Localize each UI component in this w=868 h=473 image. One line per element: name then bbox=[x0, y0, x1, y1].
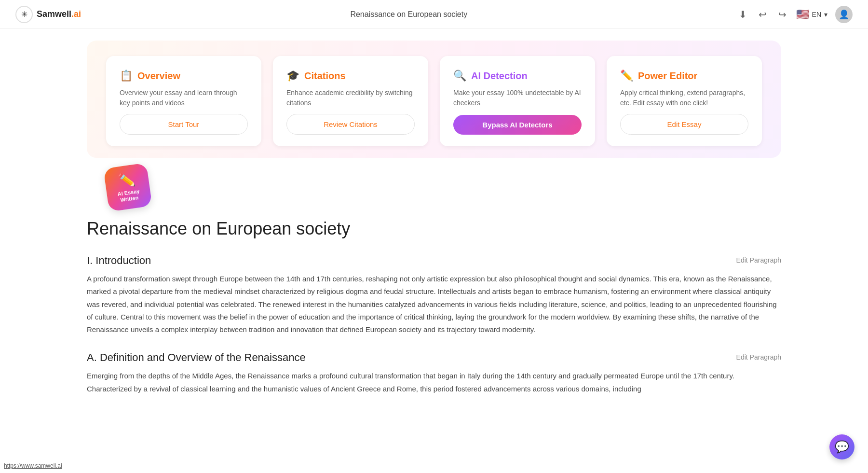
definition-body: Emerging from the depths of the Middle A… bbox=[87, 370, 781, 395]
section-title: I. Introduction bbox=[87, 254, 151, 267]
power-editor-card: ✏️ Power Editor Apply critical thinking,… bbox=[607, 56, 762, 146]
download-button[interactable]: ⬇ bbox=[737, 7, 749, 22]
card-header: 📋 Overview bbox=[120, 70, 248, 82]
citations-icon: 🎓 bbox=[286, 70, 299, 82]
card-header: 🔍 AI Detection bbox=[453, 70, 582, 82]
citations-card: 🎓 Citations Enhance academic credibility… bbox=[273, 56, 428, 146]
bypass-ai-button[interactable]: Bypass AI Detectors bbox=[453, 115, 582, 135]
feature-banner: 📋 Overview Overview your essay and learn… bbox=[87, 41, 781, 158]
avatar[interactable]: 👤 bbox=[835, 6, 853, 23]
overview-icon: 📋 bbox=[120, 70, 133, 82]
card-header: 🎓 Citations bbox=[286, 70, 415, 82]
overview-desc: Overview your essay and learn through ke… bbox=[120, 88, 248, 108]
ai-detection-desc: Make your essay 100% undetectable by AI … bbox=[453, 88, 582, 109]
introduction-body: A profound transformation swept through … bbox=[87, 273, 781, 336]
badge-label: AI EssayWritten bbox=[117, 188, 141, 204]
power-editor-desc: Apply critical thinking, extend paragrap… bbox=[620, 88, 748, 108]
introduction-section: I. Introduction Edit Paragraph A profoun… bbox=[87, 254, 781, 336]
card-header: ✏️ Power Editor bbox=[620, 70, 748, 82]
undo-button[interactable]: ↩ bbox=[757, 7, 769, 22]
language-label: EN bbox=[812, 11, 821, 18]
citations-desc: Enhance academic credibility by switchin… bbox=[286, 88, 415, 108]
edit-paragraph-button-intro[interactable]: Edit Paragraph bbox=[736, 254, 781, 266]
essay-title: Renaissance on European society bbox=[87, 219, 350, 239]
power-editor-icon: ✏️ bbox=[620, 70, 633, 82]
essay-area: Renaissance on European society I. Intro… bbox=[87, 209, 781, 430]
chat-icon: 💬 bbox=[835, 440, 849, 454]
chevron-down-icon: ▾ bbox=[824, 11, 827, 18]
overview-title: Overview bbox=[137, 70, 180, 82]
redo-button[interactable]: ↪ bbox=[776, 7, 788, 22]
chat-bubble[interactable]: 💬 bbox=[829, 434, 854, 459]
footer-link: https://www.samwell.ai bbox=[4, 462, 62, 469]
ai-badge-wrapper: ✏️ AI EssayWritten bbox=[106, 166, 868, 209]
ai-written-badge: ✏️ AI EssayWritten bbox=[103, 163, 152, 212]
power-editor-title: Power Editor bbox=[638, 70, 697, 82]
ai-detection-icon: 🔍 bbox=[453, 70, 466, 82]
header: ✳ Samwell.ai Renaissance on European soc… bbox=[0, 0, 868, 29]
language-selector[interactable]: 🇺🇸 EN ▾ bbox=[796, 8, 827, 21]
essay-title-row: Renaissance on European society bbox=[87, 219, 781, 239]
citations-title: Citations bbox=[304, 70, 346, 82]
logo-icon: ✳ bbox=[15, 6, 33, 23]
definition-section: A. Definition and Overview of the Renais… bbox=[87, 351, 781, 395]
logo: ✳ Samwell.ai bbox=[15, 6, 81, 23]
section-header: I. Introduction Edit Paragraph bbox=[87, 254, 781, 267]
review-citations-button[interactable]: Review Citations bbox=[286, 114, 415, 135]
edit-paragraph-button-def[interactable]: Edit Paragraph bbox=[736, 351, 781, 363]
subsection-title: A. Definition and Overview of the Renais… bbox=[87, 351, 306, 364]
start-tour-button[interactable]: Start Tour bbox=[120, 114, 248, 135]
logo-text: Samwell.ai bbox=[37, 9, 81, 19]
document-title: Renaissance on European society bbox=[350, 10, 467, 19]
flag-icon: 🇺🇸 bbox=[796, 8, 809, 21]
overview-card: 📋 Overview Overview your essay and learn… bbox=[106, 56, 261, 146]
edit-essay-button[interactable]: Edit Essay bbox=[620, 114, 748, 135]
header-actions: ⬇ ↩ ↪ 🇺🇸 EN ▾ 👤 bbox=[737, 6, 853, 23]
section-header: A. Definition and Overview of the Renais… bbox=[87, 351, 781, 364]
ai-detection-card: 🔍 AI Detection Make your essay 100% unde… bbox=[440, 56, 595, 146]
badge-icon: ✏️ bbox=[115, 171, 139, 190]
ai-detection-title: AI Detection bbox=[471, 70, 528, 82]
